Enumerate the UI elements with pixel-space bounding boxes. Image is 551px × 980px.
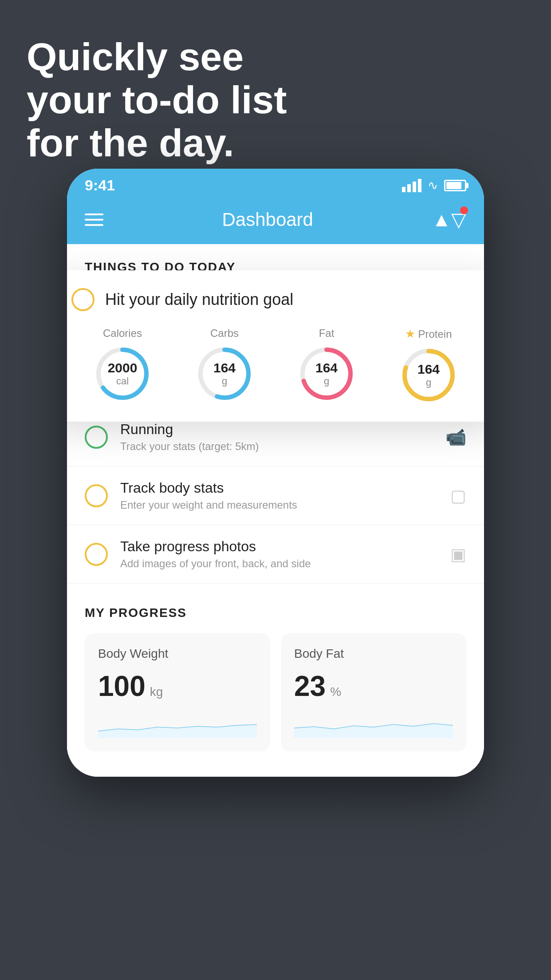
running-title: Running <box>120 421 433 438</box>
protein-ring: 164 g <box>400 346 457 404</box>
photo-icon: ▣ <box>450 545 466 564</box>
header-title: Dashboard <box>222 209 313 230</box>
body-weight-card-title: Body Weight <box>98 647 257 661</box>
notification-dot <box>460 206 468 214</box>
star-icon: ★ <box>405 327 415 341</box>
body-weight-card[interactable]: Body Weight 100 kg <box>85 633 270 751</box>
battery-icon <box>444 180 466 191</box>
photos-checkbox[interactable] <box>85 543 108 566</box>
phone-screen: 9:41 ∿ Dashboard ▲▽ <box>67 169 484 777</box>
fat-value: 164 g <box>315 360 338 387</box>
running-icon: 📹 <box>445 427 466 447</box>
body-fat-card[interactable]: Body Fat 23 % <box>281 633 466 751</box>
running-checkbox[interactable] <box>85 426 108 449</box>
fat-label: Fat <box>319 327 335 340</box>
scale-icon: ▢ <box>450 486 466 506</box>
body-stats-text: Track body stats Enter your weight and m… <box>120 480 438 511</box>
calories-ring: 2000 cal <box>94 345 151 403</box>
status-icons: ∿ <box>402 178 466 193</box>
body-stats-title: Track body stats <box>120 480 438 496</box>
todo-item-body-stats[interactable]: Track body stats Enter your weight and m… <box>67 466 484 525</box>
body-fat-unit: % <box>330 685 341 699</box>
wifi-icon: ∿ <box>428 178 438 193</box>
body-fat-chart <box>294 711 453 738</box>
status-time: 9:41 <box>85 177 115 194</box>
photos-text: Take progress photos Add images of your … <box>120 538 438 570</box>
nutrition-card-header: Hit your daily nutrition goal <box>71 288 480 311</box>
nutrition-rings-row: Calories 2000 cal <box>71 327 480 404</box>
protein-value: 164 g <box>417 362 440 388</box>
headline-line1: Quickly see <box>27 36 287 79</box>
body-fat-card-title: Body Fat <box>294 647 453 661</box>
photos-title: Take progress photos <box>120 538 438 555</box>
headline-line3: for the day. <box>27 122 287 165</box>
protein-label: ★ Protein <box>405 327 452 341</box>
progress-section: MY PROGRESS Body Weight 100 kg <box>67 584 484 769</box>
phone-mockup: 9:41 ∿ Dashboard ▲▽ <box>67 169 484 777</box>
notification-bell-button[interactable]: ▲▽ <box>432 208 466 231</box>
todo-list: Running Track your stats (target: 5km) 📹… <box>67 408 484 584</box>
body-stats-subtitle: Enter your weight and measurements <box>120 499 438 511</box>
headline-line2: your to-do list <box>27 79 287 122</box>
todo-item-photos[interactable]: Take progress photos Add images of your … <box>67 525 484 584</box>
carbs-label: Carbs <box>210 327 239 340</box>
calories-ring-item: Calories 2000 cal <box>94 327 151 403</box>
hamburger-menu-button[interactable] <box>85 213 103 226</box>
carbs-value: 164 g <box>213 360 236 387</box>
body-weight-number: 100 <box>98 670 146 703</box>
signal-bars-icon <box>402 179 421 192</box>
fat-ring-item: Fat 164 g <box>298 327 355 403</box>
body-fat-value-row: 23 % <box>294 670 453 703</box>
app-content: THINGS TO DO TODAY Hit your daily nutrit… <box>67 244 484 777</box>
progress-title: MY PROGRESS <box>85 606 466 620</box>
nutrition-checkbox[interactable] <box>71 288 94 311</box>
nutrition-card-title: Hit your daily nutrition goal <box>105 290 293 309</box>
running-subtitle: Track your stats (target: 5km) <box>120 440 433 453</box>
photos-subtitle: Add images of your front, back, and side <box>120 557 438 570</box>
nutrition-card: Hit your daily nutrition goal Calories <box>67 270 484 422</box>
body-stats-checkbox[interactable] <box>85 484 108 507</box>
calories-value: 2000 cal <box>108 360 138 387</box>
body-weight-chart <box>98 711 257 738</box>
body-fat-number: 23 <box>294 670 326 703</box>
running-text: Running Track your stats (target: 5km) <box>120 421 433 453</box>
status-bar: 9:41 ∿ <box>67 169 484 199</box>
carbs-ring: 164 g <box>196 345 253 403</box>
carbs-ring-item: Carbs 164 g <box>196 327 253 403</box>
app-header: Dashboard ▲▽ <box>67 199 484 244</box>
calories-label: Calories <box>103 327 142 340</box>
headline: Quickly see your to-do list for the day. <box>27 36 287 164</box>
fat-ring: 164 g <box>298 345 355 403</box>
body-weight-unit: kg <box>150 685 163 699</box>
protein-ring-item: ★ Protein 164 g <box>400 327 457 404</box>
progress-cards: Body Weight 100 kg Bo <box>85 633 466 751</box>
body-weight-value-row: 100 kg <box>98 670 257 703</box>
